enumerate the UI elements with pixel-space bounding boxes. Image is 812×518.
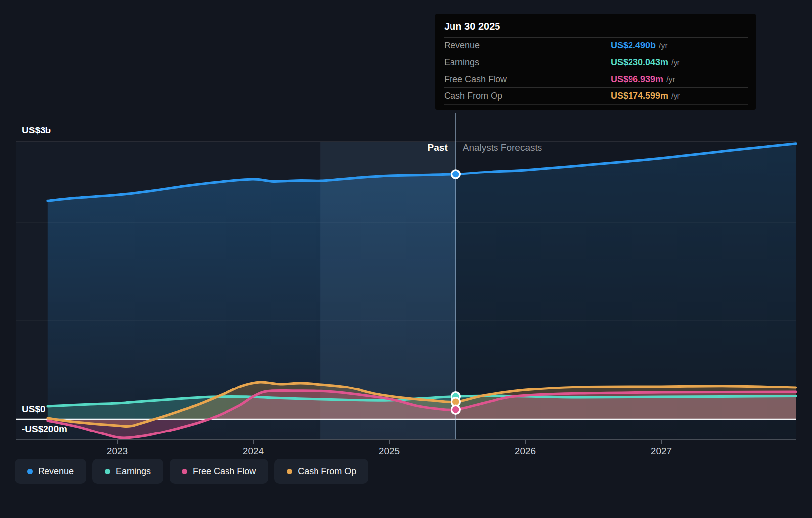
legend-item-revenue[interactable]: Revenue [15,459,86,484]
tooltip-unit: /yr [671,58,680,67]
tooltip-value: US$2.490b/yr [611,41,668,51]
tooltip-label: Cash From Op [444,91,502,101]
x-axis-label-2024: 2024 [243,446,264,457]
analysts-forecasts-label: Analysts Forecasts [463,142,542,153]
free_cash_flow-legend-dot [182,469,187,474]
legend-item-free_cash_flow[interactable]: Free Cash Flow [170,459,268,484]
x-axis-label-2025: 2025 [379,446,400,457]
hover-tooltip: Jun 30 2025 RevenueUS$2.490b/yrEarningsU… [435,14,756,110]
tooltip-row-cash_from_op: Cash From OpUS$174.599m/yr [444,87,748,105]
legend-item-earnings[interactable]: Earnings [92,459,163,484]
tooltip-row-earnings: EarningsUS$230.043m/yr [444,54,748,71]
cash_from_op-legend-dot [287,469,292,474]
tooltip-value: US$174.599m/yr [611,91,680,101]
legend-label: Revenue [38,466,74,476]
x-axis-label-2027: 2027 [651,446,672,457]
revenue-legend-dot [27,469,33,474]
tooltip-row-revenue: RevenueUS$2.490b/yr [444,37,748,54]
tooltip-row-free_cash_flow: Free Cash FlowUS$96.939m/yr [444,71,748,87]
free_cash_flow-hover-dot [451,405,460,414]
earnings-legend-dot [105,469,110,474]
tooltip-label: Earnings [444,57,479,68]
past-label: Past [428,142,448,153]
y-axis-label: US$3b [22,125,51,136]
y-axis-label: -US$200m [22,424,67,434]
legend-item-cash_from_op[interactable]: Cash From Op [274,459,368,484]
earnings-revenue-chart: US$3bUS$0-US$200m 20232024202520262027 P… [0,0,812,518]
tooltip-unit: /yr [671,92,680,100]
x-axis-label-2026: 2026 [515,446,536,457]
x-axis-label-2023: 2023 [107,446,128,457]
tooltip-date: Jun 30 2025 [444,20,748,37]
tooltip-value: US$96.939m/yr [611,74,675,85]
legend: RevenueEarningsFree Cash FlowCash From O… [15,459,368,484]
revenue-hover-dot [451,170,460,178]
legend-label: Earnings [116,466,151,476]
legend-label: Cash From Op [298,466,356,476]
tooltip-value: US$230.043m/yr [611,57,680,68]
tooltip-label: Free Cash Flow [444,74,507,85]
tooltip-label: Revenue [444,41,480,51]
y-axis-label: US$0 [22,404,45,415]
tooltip-unit: /yr [659,42,668,50]
legend-label: Free Cash Flow [193,466,256,476]
tooltip-unit: /yr [666,75,675,84]
